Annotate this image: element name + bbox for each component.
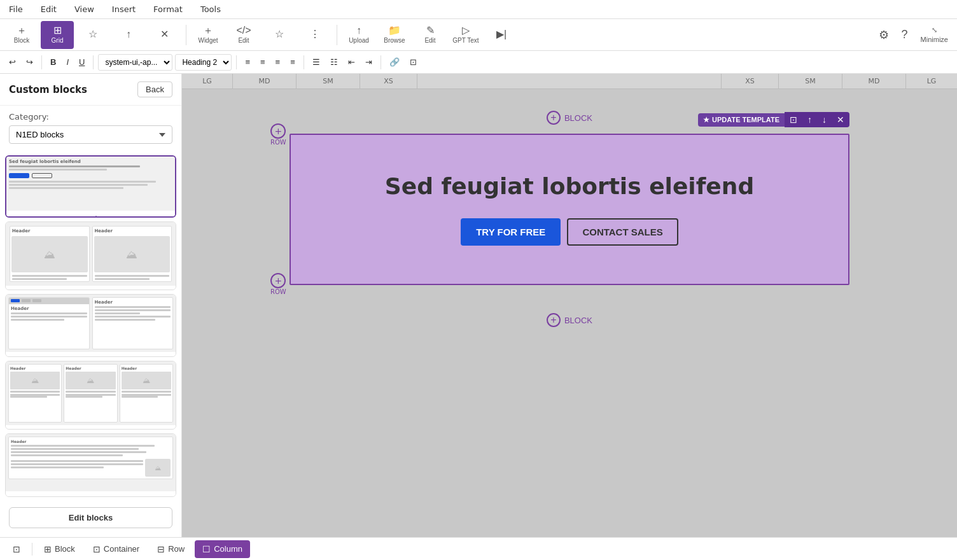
block-preview-carousel: Header ⛰ Header ⛰ xyxy=(6,222,176,286)
star-toolbar-btn1[interactable]: ☆ xyxy=(76,21,109,49)
add-block-zone-bottom[interactable]: + BLOCK xyxy=(270,304,869,336)
font-select[interactable]: system-ui,-ap... xyxy=(98,54,172,71)
block-toolbar-btn[interactable]: ＋ Block xyxy=(5,21,38,49)
close-toolbar-btn[interactable]: ✕ xyxy=(148,21,181,49)
block-item-tabs[interactable]: Header Header xyxy=(5,294,176,358)
settings-toolbar-btn[interactable]: ⋮ xyxy=(298,21,332,49)
column-icon-bottom: ☐ xyxy=(202,544,211,554)
bottom-row-btn[interactable]: ⊟ Row xyxy=(150,540,192,558)
format-sep5 xyxy=(381,55,381,69)
settings-icon: ⋮ xyxy=(310,29,320,39)
edit-blocks-button[interactable]: Edit blocks xyxy=(9,507,172,528)
align-justify-btn[interactable]: ≡ xyxy=(286,55,299,69)
canvas-content[interactable]: + BLOCK ★ UPDATE TEMPLATE ⊡ ↑ ↓ xyxy=(182,89,957,537)
row-add-handle-bottom: + ROW xyxy=(270,273,286,295)
category-select[interactable]: N1ED blocks xyxy=(9,125,172,144)
row-close-btn[interactable]: ✕ xyxy=(832,112,849,127)
block-item-carousel[interactable]: Header ⛰ Header ⛰ xyxy=(5,221,176,290)
menu-edit[interactable]: Edit xyxy=(37,3,60,15)
add-block-circle-bottom: + xyxy=(547,313,561,327)
image-btn[interactable]: ⊡ xyxy=(406,55,421,69)
block-item-3col[interactable]: Header ⛰ Header ⛰ xyxy=(5,361,176,430)
code-toolbar-btn[interactable]: </> Edit xyxy=(227,21,260,49)
bottom-selector-btn[interactable]: ⊡ xyxy=(5,540,28,558)
row-duplicate-btn[interactable]: ⊡ xyxy=(785,112,802,127)
gpt2-toolbar-btn[interactable]: ▶| xyxy=(485,21,518,49)
canvas-row[interactable]: Sed feugiat lobortis eleifend TRY FOR FR… xyxy=(290,134,849,285)
browse-toolbar-btn[interactable]: 📁 Browse xyxy=(378,21,411,49)
bottom-block-btn[interactable]: ⊞ Block xyxy=(36,540,83,558)
add-block-circle-top: + xyxy=(547,111,561,125)
back-button[interactable]: Back xyxy=(137,81,172,97)
browse-label: Browse xyxy=(384,37,405,44)
row-move-down-btn[interactable]: ↓ xyxy=(817,112,832,127)
block-item-float[interactable]: Header xyxy=(5,433,176,497)
star-toolbar-btn2[interactable]: ☆ xyxy=(263,21,296,49)
plus-icon: ＋ xyxy=(17,25,27,36)
hero-block: Sed feugiat lobortis eleifend TRY FOR FR… xyxy=(291,135,848,284)
widget-label: Widget xyxy=(198,37,218,44)
menu-format[interactable]: Format xyxy=(150,3,186,15)
menu-tools[interactable]: Tools xyxy=(197,3,225,15)
align-left-btn[interactable]: ≡ xyxy=(241,55,254,69)
list-ul-btn[interactable]: ☰ xyxy=(309,55,324,69)
row-move-up-btn[interactable]: ↑ xyxy=(802,112,817,127)
main-layout: Custom blocks Back Category: N1ED blocks… xyxy=(0,74,957,537)
widget-toolbar-btn[interactable]: ＋ Widget xyxy=(192,21,225,49)
row-top-label: ROW xyxy=(270,139,286,146)
selector-icon: ⊡ xyxy=(13,544,20,554)
block-label-header: Header xyxy=(6,211,175,218)
bottom-container-btn[interactable]: ⊡ Container xyxy=(85,540,147,558)
italic-btn[interactable]: I xyxy=(62,55,73,69)
add-block-btn-bottom[interactable]: + BLOCK xyxy=(547,313,592,327)
sidebar-category: Category: N1ED blocks xyxy=(0,106,181,150)
up-icon: ↑ xyxy=(126,29,131,39)
contact-sales-btn[interactable]: CONTACT SALES xyxy=(567,218,678,246)
indent-out-btn[interactable]: ⇤ xyxy=(344,55,359,69)
try-free-btn[interactable]: TRY FOR FREE xyxy=(461,218,561,246)
container-icon-bottom: ⊡ xyxy=(93,544,101,554)
toolbar-sep2 xyxy=(337,25,337,45)
link-btn[interactable]: 🔗 xyxy=(386,55,403,69)
add-block-btn-top[interactable]: + BLOCK xyxy=(547,111,592,125)
menu-view[interactable]: View xyxy=(71,3,98,15)
row-add-top-btn[interactable]: + xyxy=(270,123,286,139)
settings-gear-btn[interactable]: ⚙ xyxy=(875,25,893,45)
gpt-toolbar-btn[interactable]: ▷ GPT Text xyxy=(449,21,482,49)
toolbar-sep1 xyxy=(186,25,186,45)
bottom-column-btn[interactable]: ☐ Column xyxy=(195,540,250,558)
help-btn[interactable]: ? xyxy=(898,25,912,44)
code-label: Edit xyxy=(238,37,249,44)
bold-btn[interactable]: B xyxy=(46,55,60,69)
upload-toolbar-btn[interactable]: ↑ Upload xyxy=(342,21,375,49)
align-right-btn[interactable]: ≡ xyxy=(272,55,284,69)
underline-btn[interactable]: U xyxy=(75,55,88,69)
undo-btn[interactable]: ↩ xyxy=(5,55,20,69)
up-toolbar-btn[interactable]: ↑ xyxy=(112,21,145,49)
star-icon1: ☆ xyxy=(88,29,97,39)
toolbar-right: ⚙ ? ⤡ Minimize xyxy=(875,24,952,46)
sidebar: Custom blocks Back Category: N1ED blocks… xyxy=(0,74,182,537)
block-label-tabs: Tabs xyxy=(6,352,176,358)
list-ol-btn[interactable]: ☷ xyxy=(326,55,342,69)
grid-toolbar-btn[interactable]: ⊞ Grid xyxy=(41,21,74,49)
update-template-label: UPDATE TEMPLATE xyxy=(712,116,779,123)
toolbar: ＋ Block ⊞ Grid ☆ ↑ ✕ ＋ Widget </> Edit ☆… xyxy=(0,19,957,51)
minimize-btn[interactable]: ⤡ Minimize xyxy=(917,24,952,46)
block-preview-float: Header xyxy=(6,434,176,491)
ruler-lg-left: LG xyxy=(182,74,233,88)
image-edit-toolbar-btn[interactable]: ✎ Edit xyxy=(414,21,447,49)
update-template-btn[interactable]: ★ UPDATE TEMPLATE xyxy=(698,113,785,127)
menu-insert[interactable]: Insert xyxy=(108,3,139,15)
block-label-carousel: Carousel xyxy=(6,286,176,290)
format-sep1 xyxy=(41,55,42,69)
bottom-column-label: Column xyxy=(214,544,242,554)
menu-file[interactable]: File xyxy=(5,3,27,15)
block-item-header[interactable]: Sed feugiat lobortis eleifend Header xyxy=(5,155,176,218)
heading-select[interactable]: Heading 2 xyxy=(175,54,232,71)
align-center-btn[interactable]: ≡ xyxy=(256,55,269,69)
ruler-xs-right: XS xyxy=(722,74,779,88)
row-add-bottom-btn[interactable]: + xyxy=(270,273,286,288)
redo-btn[interactable]: ↪ xyxy=(22,55,37,69)
indent-in-btn[interactable]: ⇥ xyxy=(361,55,376,69)
